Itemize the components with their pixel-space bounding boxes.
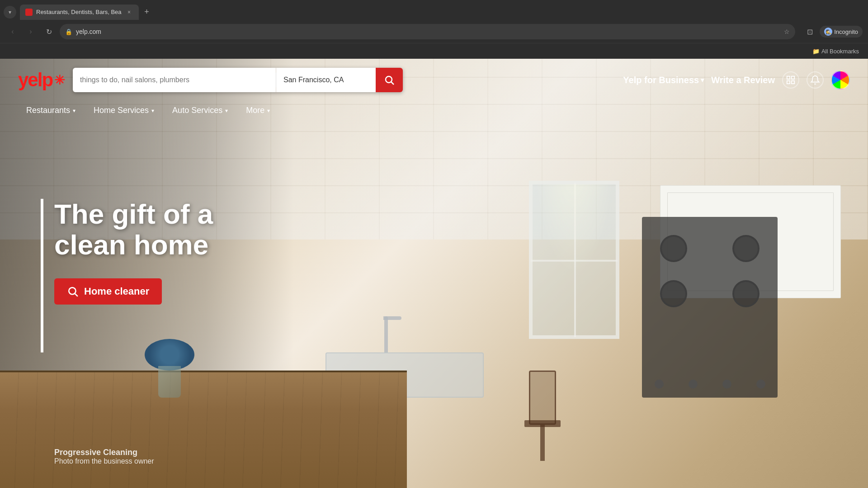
back-button[interactable]: ‹ <box>5 24 20 39</box>
nav-item-restaurants[interactable]: Restaurants ▾ <box>18 101 84 120</box>
browser-tab-bar: ▾ Restaurants, Dentists, Bars, Bea × + <box>0 0 868 20</box>
stool-back <box>529 371 556 425</box>
yelp-header: yelp✳ Yelp for Business ▾ Write a Review <box>0 59 868 101</box>
burner-4 <box>732 280 760 307</box>
svg-rect-4 <box>787 81 790 84</box>
cta-label: Home cleaner <box>84 286 149 297</box>
incognito-label: Incognito <box>834 28 858 35</box>
wood-grain-texture <box>0 372 407 488</box>
search-bar <box>73 68 403 92</box>
nav-restaurants-label: Restaurants <box>26 106 70 115</box>
nav-more-chevron: ▾ <box>267 108 270 114</box>
notifications-button[interactable] <box>807 71 824 89</box>
stove-knobs <box>642 380 778 389</box>
nav-auto-services-chevron: ▾ <box>225 108 228 114</box>
nav-item-more[interactable]: More ▾ <box>238 101 278 120</box>
burner-1 <box>660 235 687 262</box>
photo-credit-business-name: Progressive Cleaning <box>54 448 154 457</box>
nav-auto-services-label: Auto Services <box>172 106 222 115</box>
tab-arrow-button[interactable]: ▾ <box>4 6 16 19</box>
location-input[interactable] <box>276 68 376 92</box>
yelp-logo-burst: ✳ <box>54 73 64 88</box>
tab-view-button[interactable]: ⊡ <box>802 24 817 39</box>
kitchen-window <box>529 181 619 339</box>
all-bookmarks-button[interactable]: 📁 All Bookmarks <box>809 46 863 56</box>
tab-close-button[interactable]: × <box>125 8 133 16</box>
nav-item-home-services[interactable]: Home Services ▾ <box>85 101 162 120</box>
tab-favicon <box>25 9 33 16</box>
stool-leg <box>540 425 545 461</box>
photo-credit-subtitle: Photo from the business owner <box>54 457 154 465</box>
hero-headline: The gift of a clean home <box>54 199 280 260</box>
knob-4 <box>756 380 765 389</box>
hero-content: The gift of a clean home Home cleaner <box>54 199 280 305</box>
svg-rect-5 <box>792 81 794 84</box>
nav-right-area: ⊡ 🕵 Incognito <box>802 24 863 39</box>
flower-vase <box>158 366 181 398</box>
wood-table <box>0 371 407 488</box>
incognito-badge[interactable]: 🕵 Incognito <box>820 26 863 38</box>
knob-2 <box>689 380 698 389</box>
browser-tab-active[interactable]: Restaurants, Dentists, Bars, Bea × <box>20 5 139 20</box>
svg-line-1 <box>392 82 394 85</box>
incognito-icon: 🕵 <box>824 28 832 36</box>
svg-point-0 <box>386 76 392 83</box>
header-right: Yelp for Business ▾ Write a Review <box>623 70 850 89</box>
nav-item-auto-services[interactable]: Auto Services ▾ <box>164 101 236 120</box>
tab-title: Restaurants, Dentists, Bars, Bea <box>36 9 122 15</box>
vase-body <box>158 366 181 398</box>
svg-rect-2 <box>787 76 790 79</box>
home-cleaner-cta-button[interactable]: Home cleaner <box>54 278 162 305</box>
browser-nav-bar: ‹ › ↻ 🔒 yelp.com ☆ ⊡ 🕵 Incognito <box>0 20 868 43</box>
search-icon <box>384 75 395 85</box>
nav-more-label: More <box>246 106 264 115</box>
portfolio-icon <box>786 75 796 85</box>
write-review-label: Write a Review <box>711 75 775 85</box>
cta-search-icon <box>67 286 79 297</box>
kitchen-stool <box>524 371 561 461</box>
nav-restaurants-chevron: ▾ <box>73 108 75 114</box>
yelp-logo-text: yelp <box>18 69 52 91</box>
new-tab-button[interactable]: + <box>141 6 153 19</box>
bookmarks-folder-icon: 📁 <box>812 48 820 55</box>
portfolio-button[interactable] <box>782 71 799 89</box>
svg-point-6 <box>69 288 75 295</box>
yelp-for-business-label: Yelp for Business <box>623 75 699 85</box>
hero-accent-bar <box>41 199 43 352</box>
knob-3 <box>722 380 731 389</box>
bookmark-star-icon[interactable]: ☆ <box>784 28 790 35</box>
yelp-for-business-button[interactable]: Yelp for Business ▾ <box>623 75 704 85</box>
yelp-nav: Restaurants ▾ Home Services ▾ Auto Servi… <box>0 101 868 120</box>
kitchen-faucet <box>384 316 388 352</box>
search-input[interactable] <box>73 68 276 92</box>
url-display: yelp.com <box>76 28 780 35</box>
window-light <box>533 184 616 275</box>
yelp-for-business-chevron: ▾ <box>701 76 704 84</box>
knob-1 <box>655 380 664 389</box>
burner-3 <box>660 280 687 307</box>
photo-credit: Progressive Cleaning Photo from the busi… <box>54 448 154 465</box>
browser-chrome: ▾ Restaurants, Dentists, Bars, Bea × + ‹… <box>0 0 868 59</box>
reload-button[interactable]: ↻ <box>42 24 56 39</box>
burner-2 <box>732 235 760 262</box>
user-avatar[interactable] <box>831 70 850 89</box>
search-button[interactable] <box>376 68 403 92</box>
stove-area <box>642 217 778 398</box>
svg-line-7 <box>75 294 78 296</box>
bell-icon <box>810 75 820 85</box>
yelp-page: yelp✳ Yelp for Business ▾ Write a Review <box>0 59 868 488</box>
nav-home-services-label: Home Services <box>94 106 149 115</box>
nav-home-services-chevron: ▾ <box>151 108 154 114</box>
all-bookmarks-label: All Bookmarks <box>821 48 859 55</box>
write-review-button[interactable]: Write a Review <box>711 75 775 85</box>
bookmarks-bar: 📁 All Bookmarks <box>0 43 868 59</box>
address-bar[interactable]: 🔒 yelp.com ☆ <box>60 24 795 39</box>
forward-button[interactable]: › <box>24 24 38 39</box>
lock-icon: 🔒 <box>65 28 72 35</box>
yelp-logo[interactable]: yelp✳ <box>18 69 64 91</box>
svg-rect-3 <box>792 76 794 79</box>
